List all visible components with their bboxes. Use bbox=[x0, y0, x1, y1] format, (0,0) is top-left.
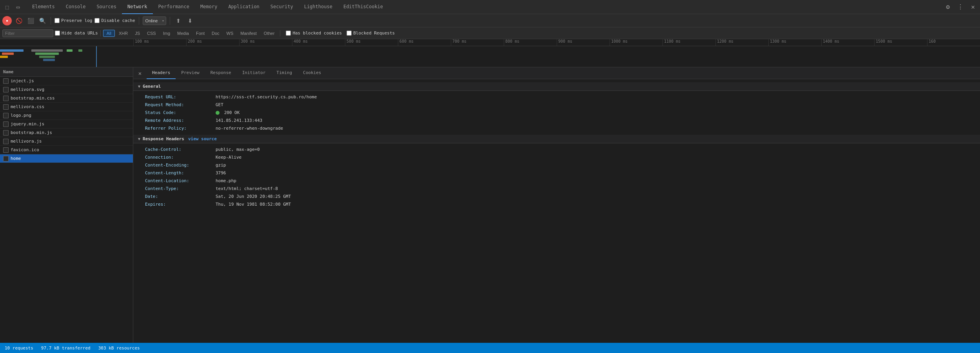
tab-console[interactable]: Console bbox=[60, 0, 91, 14]
sub-panel-close[interactable]: ✕ bbox=[135, 68, 145, 78]
tab-network[interactable]: Network bbox=[122, 0, 153, 14]
search-button[interactable]: 🔍 bbox=[38, 16, 47, 25]
timeline-marker-line bbox=[96, 46, 97, 67]
disable-cache-checkbox[interactable] bbox=[94, 18, 100, 23]
toolbar-separator-1 bbox=[51, 17, 51, 25]
file-list-item[interactable]: home bbox=[0, 154, 133, 163]
file-list-item[interactable]: mellivora.svg bbox=[0, 85, 133, 94]
blocked-requests-checkbox[interactable] bbox=[347, 31, 352, 36]
file-name: inject.js bbox=[11, 78, 34, 83]
settings-icon[interactable]: ⚙ bbox=[942, 2, 953, 13]
file-icon bbox=[3, 104, 9, 110]
tab-elements[interactable]: Elements bbox=[27, 0, 60, 14]
view-source-link[interactable]: view source bbox=[188, 136, 217, 141]
sub-tab-timing[interactable]: Timing bbox=[271, 67, 298, 79]
file-name: logo.png bbox=[11, 113, 31, 118]
more-icon[interactable]: ⋮ bbox=[955, 2, 966, 13]
hide-data-urls-label[interactable]: Hide data URLs bbox=[55, 31, 98, 36]
filter-tag-manifest[interactable]: Manifest bbox=[237, 30, 260, 37]
clear-button[interactable]: 🚫 bbox=[14, 16, 24, 25]
tab-lighthouse[interactable]: Lighthouse bbox=[299, 0, 338, 14]
referrer-policy-row: Referrer Policy: no-referrer-when-downgr… bbox=[133, 125, 980, 132]
timeline-bar-1 bbox=[0, 49, 24, 52]
file-name: jquery.min.js bbox=[11, 121, 44, 127]
file-icon bbox=[3, 87, 9, 92]
response-arrow-icon: ▼ bbox=[138, 137, 140, 141]
has-blocked-cookies-checkbox[interactable] bbox=[286, 31, 291, 36]
file-list-item[interactable]: inject.js bbox=[0, 77, 133, 85]
preserve-log-checkbox[interactable] bbox=[54, 18, 60, 23]
tab-memory[interactable]: Memory bbox=[195, 0, 223, 14]
top-right-controls: ⚙ ⋮ ✕ bbox=[942, 2, 978, 13]
filter-tag-ws[interactable]: WS bbox=[223, 30, 237, 37]
sub-tab-preview[interactable]: Preview bbox=[176, 67, 205, 79]
preserve-log-label[interactable]: Preserve log bbox=[54, 18, 92, 23]
filter-tag-font[interactable]: Font bbox=[193, 30, 208, 37]
timeline-content bbox=[0, 46, 980, 67]
throttle-select[interactable]: Online bbox=[143, 16, 166, 25]
sub-tab-headers[interactable]: Headers bbox=[147, 67, 176, 79]
general-section-header[interactable]: ▼ General bbox=[133, 82, 980, 91]
response-header-row: Content-Encoding: gzip bbox=[133, 161, 980, 169]
filter-tag-xhr[interactable]: XHR bbox=[116, 30, 131, 37]
file-list-item[interactable]: mellivora.css bbox=[0, 103, 133, 111]
filter-tag-img[interactable]: Img bbox=[160, 30, 173, 37]
filter-tag-css[interactable]: CSS bbox=[144, 30, 159, 37]
status-green-dot bbox=[216, 111, 220, 115]
file-icon bbox=[3, 156, 9, 161]
tab-performance[interactable]: Performance bbox=[153, 0, 195, 14]
download-icon[interactable]: ⬇ bbox=[185, 16, 195, 25]
timeline-bar-2 bbox=[2, 52, 14, 55]
file-icon bbox=[3, 113, 9, 118]
timeline-bar-7 bbox=[43, 59, 55, 61]
tab-security[interactable]: Security bbox=[265, 0, 299, 14]
status-code-row: Status Code: 200 OK bbox=[133, 109, 980, 117]
filter-tag-media[interactable]: Media bbox=[174, 30, 192, 37]
timeline-marker: 100 ms bbox=[133, 39, 186, 46]
tab-application[interactable]: Application bbox=[223, 0, 265, 14]
blocked-requests-label[interactable]: Blocked Requests bbox=[347, 31, 395, 36]
file-name: mellivora.svg bbox=[11, 87, 44, 92]
inspect-icon[interactable]: ⬚ bbox=[2, 2, 13, 13]
file-list-item[interactable]: logo.png bbox=[0, 111, 133, 120]
tab-editthiscookie[interactable]: EditThisCookie bbox=[338, 0, 388, 14]
response-section-header[interactable]: ▼ Response Headers view source bbox=[133, 135, 980, 143]
upload-icon[interactable]: ⬆ bbox=[174, 16, 183, 25]
timeline-marker: 1400 ms bbox=[821, 39, 874, 46]
file-list-item[interactable]: bootstrap.min.css bbox=[0, 94, 133, 103]
filter-icon[interactable]: ⬛ bbox=[26, 16, 35, 25]
hide-data-urls-checkbox[interactable] bbox=[55, 31, 60, 36]
has-blocked-cookies-label[interactable]: Has blocked cookies bbox=[286, 31, 342, 36]
tab-sources[interactable]: Sources bbox=[91, 0, 122, 14]
timeline-bar-8 bbox=[67, 49, 73, 52]
response-header-value: public, max-age=0 bbox=[216, 147, 972, 152]
file-name: mellivora.js bbox=[11, 139, 42, 144]
timeline-bar-4 bbox=[31, 49, 63, 52]
filter-input[interactable] bbox=[2, 29, 53, 37]
filter-separator-1 bbox=[100, 30, 101, 36]
response-header-row: Content-Length: 3796 bbox=[133, 169, 980, 177]
file-list-item[interactable]: mellivora.js bbox=[0, 137, 133, 146]
filter-tag-doc[interactable]: Doc bbox=[209, 30, 223, 37]
timeline-marker: 160 bbox=[927, 39, 980, 46]
response-header-row: Connection: Keep-Alive bbox=[133, 154, 980, 161]
sub-tab-cookies[interactable]: Cookies bbox=[298, 67, 327, 79]
timeline-marker: 1000 ms bbox=[610, 39, 662, 46]
filter-tag-all[interactable]: All bbox=[103, 30, 115, 37]
request-count: 10 requests bbox=[5, 346, 33, 351]
record-button[interactable]: ● bbox=[2, 16, 12, 25]
headers-content: ▼ General Request URL: https://sss-ctf.s… bbox=[133, 79, 980, 214]
filter-tag-other[interactable]: Other bbox=[261, 30, 278, 37]
file-list-item[interactable]: favicon.ico bbox=[0, 146, 133, 154]
devtools-icon-group: ⬚ ▭ bbox=[2, 2, 24, 13]
close-icon[interactable]: ✕ bbox=[967, 2, 978, 13]
sub-tab-initiator[interactable]: Initiator bbox=[237, 67, 271, 79]
timeline-marker: 700 ms bbox=[451, 39, 504, 46]
transfer-size: 97.7 kB transferred bbox=[41, 346, 91, 351]
sub-tab-response[interactable]: Response bbox=[205, 67, 237, 79]
filter-tag-js[interactable]: JS bbox=[132, 30, 143, 37]
file-list-item[interactable]: bootstrap.min.js bbox=[0, 129, 133, 137]
disable-cache-label[interactable]: Disable cache bbox=[94, 18, 135, 23]
file-list-item[interactable]: jquery.min.js bbox=[0, 120, 133, 129]
device-icon[interactable]: ▭ bbox=[13, 2, 24, 13]
